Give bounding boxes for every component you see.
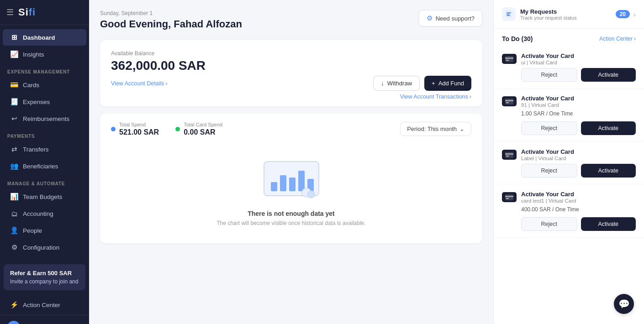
card-action-header: Activate Your Card ui | Virtual Card [502, 52, 636, 65]
transfers-icon: ⇄ [10, 145, 18, 153]
sidebar-item-team-budgets[interactable]: 📊 Team Budgets [3, 188, 86, 205]
card-icon [502, 192, 517, 202]
sidebar-item-cards[interactable]: 💳 Cards [3, 77, 86, 93]
svg-rect-22 [505, 196, 513, 197]
action-center-icon: ⚡ [10, 301, 18, 309]
total-spend-item: Total Spend 521.00 SAR [111, 122, 159, 136]
card-action-header: Activate Your Card Label | Virtual Card [502, 148, 636, 161]
sidebar-item-action-center[interactable]: ⚡ Action Center [3, 297, 86, 313]
chevron-right-icon: › [166, 80, 168, 87]
sidebar-footer[interactable]: F Fahad Alfozan ⌄ [0, 315, 89, 324]
sidebar-item-reimbursements[interactable]: ↩ Reimbursements [3, 110, 86, 127]
action-center-link[interactable]: Action Center › [599, 36, 636, 42]
sidebar-item-beneficiaries[interactable]: 👥 Beneficiaries [3, 158, 86, 174]
activate-button[interactable]: Activate [581, 68, 636, 82]
card-action-subtitle: Label | Virtual Card [521, 156, 574, 161]
card-action-title: Activate Your Card [521, 52, 574, 59]
card-action-buttons: Reject Activate [521, 217, 636, 231]
spend-card: Total Spend 521.00 SAR Total Card Spend … [100, 114, 482, 243]
sidebar-item-label: Accounting [23, 210, 53, 217]
sidebar-item-label: Cards [23, 82, 39, 89]
balance-label: Available Balance [111, 50, 471, 57]
top-bar: Sunday, September 1 Good Evening, Fahad … [100, 10, 482, 30]
people-icon: 👤 [10, 226, 18, 235]
sidebar-item-transfers[interactable]: ⇄ Transfers [3, 141, 86, 157]
add-fund-button[interactable]: + Add Fund [424, 76, 471, 91]
activate-button[interactable]: Activate [581, 217, 636, 231]
chat-icon: 💬 [618, 298, 630, 309]
balance-card: Available Balance 362,000.00 SAR View Ac… [100, 40, 482, 106]
card-icon [502, 54, 517, 64]
svg-rect-2 [280, 175, 286, 191]
spend-metrics: Total Spend 521.00 SAR Total Card Spend … [111, 122, 222, 136]
expenses-icon: 🧾 [10, 98, 18, 106]
activate-button[interactable]: Activate [581, 121, 636, 135]
card-action-item: Activate Your Card Label | Virtual Card … [494, 142, 644, 184]
todo-title: To Do (30) [502, 35, 533, 42]
support-button[interactable]: ⚙ Need support? [419, 10, 482, 26]
requests-icon [502, 7, 516, 21]
card-action-title: Activate Your Card [521, 148, 574, 155]
svg-rect-15 [505, 99, 513, 105]
svg-rect-10 [507, 14, 510, 15]
card-action-title: Activate Your Card [521, 191, 576, 198]
refer-box[interactable]: Refer & Earn 500 SAR Invite a company to… [4, 264, 85, 290]
dashboard-icon: ⊞ [10, 33, 18, 42]
sidebar-item-label: Reimbursements [23, 115, 69, 122]
sidebar-header: ☰ Sifi [0, 0, 89, 25]
reimbursements-icon: ↩ [10, 115, 18, 123]
reject-button[interactable]: Reject [521, 217, 577, 231]
total-card-spend-dot [175, 127, 180, 131]
payments-section: Payments [0, 127, 89, 141]
sidebar-nav: ⊞ Dashboard 📈 Insights Expense Managemen… [0, 25, 89, 260]
configuration-icon: ⚙ [10, 243, 18, 251]
expense-management-section: Expense Management [0, 63, 89, 76]
sidebar-item-expenses[interactable]: 🧾 Expenses [3, 94, 86, 110]
period-button[interactable]: Period: This month ⌄ [400, 122, 471, 136]
card-action-buttons: Reject Activate [521, 121, 636, 135]
withdraw-button[interactable]: ↓ Withdraw [373, 76, 420, 91]
sidebar-item-dashboard[interactable]: ⊞ Dashboard [3, 29, 86, 46]
sidebar-item-accounting[interactable]: 🗂 Accounting [3, 205, 86, 222]
svg-rect-11 [507, 15, 510, 16]
total-spend-value: 521.00 SAR [119, 128, 159, 136]
sidebar-item-people[interactable]: 👤 People [3, 222, 86, 239]
view-account-transactions-link[interactable]: View Account Transactions › [111, 94, 471, 106]
svg-rect-19 [505, 153, 513, 155]
activate-button[interactable]: Activate [581, 164, 636, 178]
card-action-subtitle: card test1 | Virtual Card [521, 198, 576, 204]
sidebar-item-insights[interactable]: 📈 Insights [3, 46, 86, 63]
card-action-header: Activate Your Card card test1 | Virtual … [502, 191, 636, 204]
sidebar-item-label: People [23, 227, 42, 234]
svg-rect-4 [298, 171, 305, 191]
total-spend-dot [111, 127, 116, 131]
chat-bubble[interactable]: 💬 [614, 294, 634, 314]
sidebar: ☰ Sifi ⊞ Dashboard 📈 Insights Expense Ma… [0, 0, 89, 324]
chevron-right-icon[interactable]: › [633, 10, 636, 18]
withdraw-icon: ↓ [381, 80, 384, 87]
card-icon [502, 96, 517, 106]
logo: Sifi [18, 6, 36, 18]
chart-illustration [262, 152, 321, 203]
spend-header: Total Spend 521.00 SAR Total Card Spend … [111, 122, 471, 136]
reject-button[interactable]: Reject [521, 121, 577, 135]
card-action-subtitle: ui | Virtual Card [521, 60, 574, 65]
svg-rect-9 [507, 12, 511, 13]
hamburger-icon[interactable]: ☰ [6, 7, 14, 17]
sidebar-item-label: Configuration [23, 244, 59, 251]
view-account-details-link[interactable]: View Account Details › [111, 80, 168, 87]
refer-sub: Invite a company to join and [10, 278, 79, 285]
refer-title: Refer & Earn 500 SAR [10, 270, 79, 277]
chevron-down-icon: ⌄ [459, 125, 465, 132]
team-budgets-icon: 📊 [10, 193, 18, 201]
main-content: Sunday, September 1 Good Evening, Fahad … [89, 0, 493, 324]
reject-button[interactable]: Reject [521, 164, 577, 178]
svg-rect-17 [506, 102, 509, 103]
greeting-section: Sunday, September 1 Good Evening, Fahad … [100, 10, 242, 30]
sidebar-item-label: Team Budgets [23, 193, 62, 200]
sidebar-item-configuration[interactable]: ⚙ Configuration [3, 239, 86, 256]
card-action-item: Activate Your Card ui | Virtual Card Rej… [494, 46, 644, 89]
accounting-icon: 🗂 [10, 209, 18, 218]
reject-button[interactable]: Reject [521, 68, 577, 82]
card-action-subtitle: 91 | Virtual Card [521, 102, 574, 108]
